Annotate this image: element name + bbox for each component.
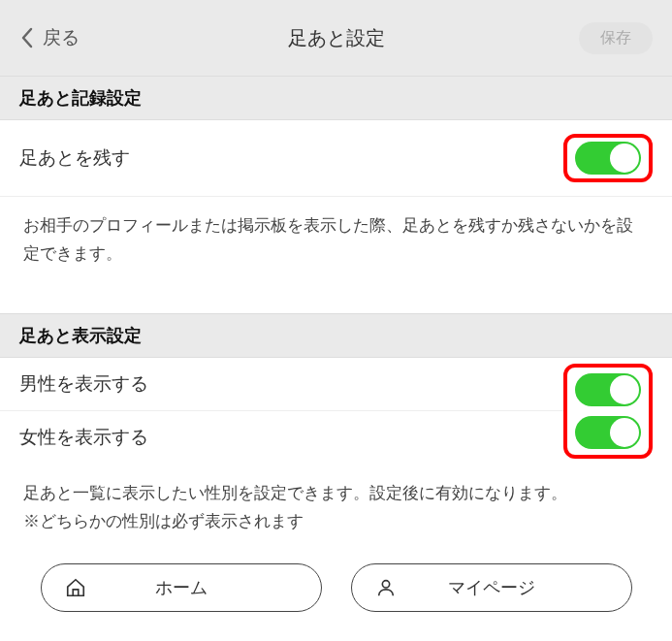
user-icon xyxy=(375,577,397,598)
nav-home-button[interactable]: ホーム xyxy=(41,563,322,612)
page-title: 足あと設定 xyxy=(0,25,672,51)
row-show-male: 男性を表示する xyxy=(0,358,563,411)
toggle-show-female[interactable] xyxy=(575,416,641,449)
home-icon xyxy=(65,577,86,598)
highlight-box-leave-footprint xyxy=(563,134,653,182)
svg-point-0 xyxy=(382,581,389,588)
row-label-leave-footprint: 足あとを残す xyxy=(19,145,130,171)
row-leave-footprint: 足あとを残す xyxy=(0,120,672,197)
display-rows-container: 男性を表示する 女性を表示する xyxy=(0,358,672,465)
nav-mypage-label: マイページ xyxy=(448,576,535,599)
row-label-show-female: 女性を表示する xyxy=(19,425,148,450)
back-label: 戻る xyxy=(43,25,80,50)
desc-display: 足あと一覧に表示したい性別を設定できます。設定後に有効になります。 ※どちらかの… xyxy=(0,465,672,552)
save-button[interactable]: 保存 xyxy=(579,22,653,54)
desc-record: お相手のプロフィールまたは掲示板を表示した際、足あとを残すか残さないかを設定でき… xyxy=(0,197,672,284)
header: 戻る 足あと設定 保存 xyxy=(0,0,672,76)
toggle-show-male[interactable] xyxy=(575,373,641,406)
nav-home-label: ホーム xyxy=(155,576,208,599)
row-show-female: 女性を表示する xyxy=(0,411,563,464)
highlight-box-gender-toggles xyxy=(563,364,653,459)
toggle-leave-footprint[interactable] xyxy=(575,142,641,175)
nav-mypage-button[interactable]: マイページ xyxy=(351,563,632,612)
back-button[interactable]: 戻る xyxy=(19,25,80,50)
section-header-record: 足あと記録設定 xyxy=(0,76,672,120)
section-header-display: 足あと表示設定 xyxy=(0,313,672,358)
row-label-show-male: 男性を表示する xyxy=(19,371,148,397)
bottom-nav: ホーム マイページ xyxy=(0,563,672,612)
chevron-left-icon xyxy=(19,26,35,49)
